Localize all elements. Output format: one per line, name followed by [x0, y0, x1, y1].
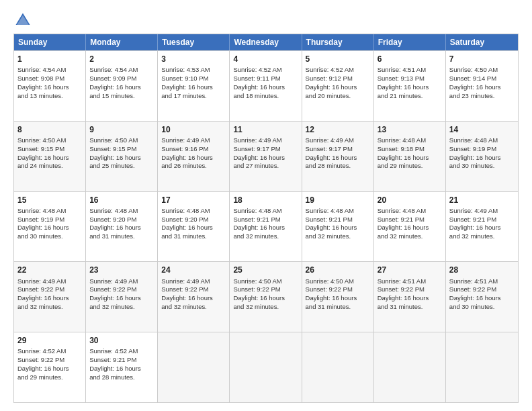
calendar-body: 1Sunrise: 4:54 AMSunset: 9:08 PMDaylight… [14, 50, 518, 402]
calendar-cell [374, 332, 446, 402]
sunset-text: Sunset: 9:22 PM [306, 285, 353, 293]
sunset-text: Sunset: 9:22 PM [17, 285, 64, 293]
daylight-minutes: and 32 minutes. [233, 232, 279, 240]
daylight-text: Daylight: 16 hours [233, 154, 285, 161]
sunset-text: Sunset: 9:17 PM [233, 145, 280, 152]
sunrise-text: Sunrise: 4:50 AM [233, 277, 281, 285]
day-number: 10 [161, 124, 226, 135]
sunset-text: Sunset: 9:10 PM [161, 75, 208, 82]
daylight-minutes: and 28 minutes. [89, 373, 135, 381]
day-number: 24 [161, 265, 226, 275]
calendar-cell [230, 332, 302, 402]
day-number: 22 [17, 265, 82, 275]
daylight-minutes: and 18 minutes. [233, 92, 279, 99]
day-number: 16 [89, 195, 154, 205]
calendar-cell: 30Sunrise: 4:52 AMSunset: 9:21 PMDayligh… [86, 332, 158, 402]
calendar-cell: 8Sunrise: 4:50 AMSunset: 9:15 PMDaylight… [14, 122, 86, 191]
sunset-text: Sunset: 9:16 PM [161, 145, 208, 152]
calendar-cell: 9Sunrise: 4:50 AMSunset: 9:15 PMDaylight… [86, 122, 158, 191]
calendar-cell [446, 332, 518, 402]
daylight-minutes: and 21 minutes. [378, 92, 423, 99]
day-number: 12 [306, 124, 370, 135]
daylight-minutes: and 31 minutes. [89, 232, 135, 240]
sunrise-text: Sunrise: 4:48 AM [378, 207, 426, 214]
calendar-cell: 2Sunrise: 4:54 AMSunset: 9:09 PMDaylight… [86, 51, 158, 121]
calendar-cell: 16Sunrise: 4:48 AMSunset: 9:20 PMDayligh… [86, 192, 158, 262]
daylight-text: Daylight: 16 hours [89, 83, 141, 91]
day-number: 13 [378, 124, 442, 135]
header-cell-tuesday: Tuesday [158, 34, 230, 50]
daylight-minutes: and 25 minutes. [89, 162, 135, 169]
sunrise-text: Sunrise: 4:48 AM [161, 207, 210, 214]
calendar-cell: 27Sunrise: 4:51 AMSunset: 9:22 PMDayligh… [374, 262, 446, 332]
sunset-text: Sunset: 9:19 PM [449, 145, 496, 152]
daylight-minutes: and 13 minutes. [17, 92, 63, 99]
daylight-text: Daylight: 16 hours [161, 294, 213, 302]
daylight-minutes: and 29 minutes. [17, 373, 63, 381]
sunrise-text: Sunrise: 4:50 AM [449, 66, 498, 73]
calendar-cell: 12Sunrise: 4:49 AMSunset: 9:17 PMDayligh… [302, 122, 374, 191]
sunset-text: Sunset: 9:21 PM [89, 356, 136, 363]
day-number: 28 [449, 265, 515, 275]
day-number: 26 [306, 265, 370, 275]
calendar-cell: 7Sunrise: 4:50 AMSunset: 9:14 PMDaylight… [446, 51, 518, 121]
day-number: 23 [89, 265, 154, 275]
day-number: 20 [378, 195, 442, 205]
sunset-text: Sunset: 9:21 PM [378, 216, 425, 223]
calendar-cell: 29Sunrise: 4:52 AMSunset: 9:22 PMDayligh… [14, 332, 86, 402]
sunrise-text: Sunrise: 4:50 AM [89, 136, 138, 144]
sunrise-text: Sunrise: 4:49 AM [233, 136, 281, 144]
calendar-cell: 14Sunrise: 4:48 AMSunset: 9:19 PMDayligh… [446, 122, 518, 191]
sunrise-text: Sunrise: 4:48 AM [233, 207, 281, 214]
sunset-text: Sunset: 9:22 PM [89, 285, 136, 293]
daylight-text: Daylight: 16 hours [89, 294, 141, 302]
sunset-text: Sunset: 9:22 PM [233, 285, 280, 293]
daylight-minutes: and 30 minutes. [17, 232, 63, 240]
calendar-cell: 15Sunrise: 4:48 AMSunset: 9:19 PMDayligh… [14, 192, 86, 262]
day-number: 15 [17, 195, 82, 205]
daylight-minutes: and 17 minutes. [161, 92, 207, 99]
sunset-text: Sunset: 9:15 PM [89, 145, 136, 152]
sunset-text: Sunset: 9:19 PM [17, 216, 64, 223]
sunrise-text: Sunrise: 4:51 AM [378, 277, 426, 285]
calendar-cell: 5Sunrise: 4:52 AMSunset: 9:12 PMDaylight… [302, 51, 374, 121]
daylight-text: Daylight: 16 hours [378, 294, 429, 302]
sunrise-text: Sunrise: 4:49 AM [17, 277, 66, 285]
daylight-minutes: and 15 minutes. [89, 92, 135, 99]
day-number: 27 [378, 265, 442, 275]
sunset-text: Sunset: 9:09 PM [89, 75, 136, 82]
calendar-row: 15Sunrise: 4:48 AMSunset: 9:19 PMDayligh… [14, 191, 518, 262]
header-cell-thursday: Thursday [302, 34, 374, 50]
sunset-text: Sunset: 9:13 PM [378, 75, 425, 82]
daylight-text: Daylight: 16 hours [378, 83, 429, 91]
daylight-text: Daylight: 16 hours [233, 224, 285, 231]
calendar-cell: 17Sunrise: 4:48 AMSunset: 9:20 PMDayligh… [158, 192, 230, 262]
daylight-text: Daylight: 16 hours [161, 83, 213, 91]
sunset-text: Sunset: 9:12 PM [306, 75, 353, 82]
daylight-text: Daylight: 16 hours [449, 154, 501, 161]
daylight-text: Daylight: 16 hours [306, 294, 357, 302]
daylight-minutes: and 31 minutes. [161, 232, 207, 240]
daylight-text: Daylight: 16 hours [378, 224, 429, 231]
daylight-text: Daylight: 16 hours [306, 83, 357, 91]
daylight-minutes: and 32 minutes. [233, 303, 279, 310]
header-cell-wednesday: Wednesday [230, 34, 302, 50]
calendar-cell: 13Sunrise: 4:48 AMSunset: 9:18 PMDayligh… [374, 122, 446, 191]
daylight-text: Daylight: 16 hours [89, 154, 141, 161]
day-number: 21 [449, 195, 515, 205]
daylight-text: Daylight: 16 hours [17, 83, 69, 91]
calendar-cell: 18Sunrise: 4:48 AMSunset: 9:21 PMDayligh… [230, 192, 302, 262]
calendar-cell: 4Sunrise: 4:52 AMSunset: 9:11 PMDaylight… [230, 51, 302, 121]
daylight-text: Daylight: 16 hours [449, 294, 501, 302]
day-number: 25 [233, 265, 298, 275]
header-cell-sunday: Sunday [14, 34, 86, 50]
sunrise-text: Sunrise: 4:48 AM [89, 207, 138, 214]
daylight-text: Daylight: 16 hours [233, 83, 285, 91]
calendar-cell: 21Sunrise: 4:49 AMSunset: 9:21 PMDayligh… [446, 192, 518, 262]
calendar-cell [302, 332, 374, 402]
sunrise-text: Sunrise: 4:48 AM [17, 207, 66, 214]
daylight-minutes: and 23 minutes. [449, 92, 495, 99]
calendar-cell: 22Sunrise: 4:49 AMSunset: 9:22 PMDayligh… [14, 262, 86, 332]
day-number: 17 [161, 195, 226, 205]
sunset-text: Sunset: 9:21 PM [233, 216, 280, 223]
